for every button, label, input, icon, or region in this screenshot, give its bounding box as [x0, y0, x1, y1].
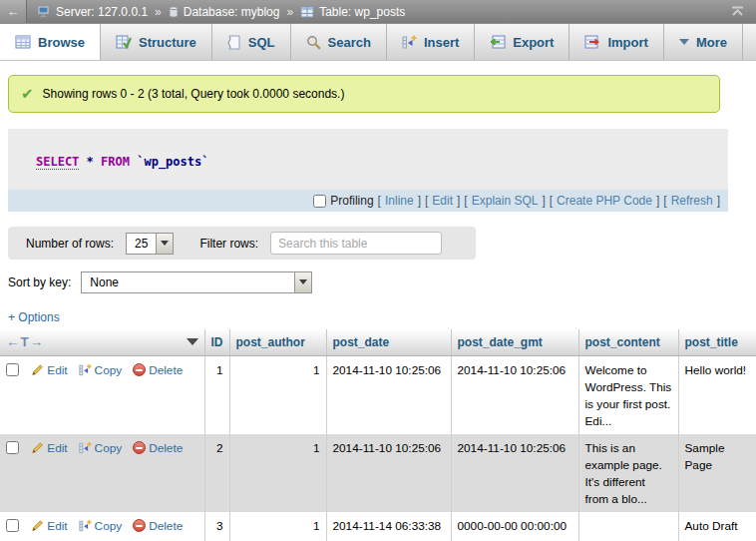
- browse-icon: [15, 35, 31, 49]
- delete-link[interactable]: Delete: [133, 519, 183, 533]
- copy-link[interactable]: Copy: [79, 519, 123, 533]
- success-message: ✔ Showing rows 0 - 2 (3 total, Query too…: [8, 75, 720, 113]
- success-text: Showing rows 0 - 2 (3 total, Query took …: [43, 87, 345, 101]
- delete-link[interactable]: Delete: [133, 441, 183, 455]
- copy-label: Copy: [95, 363, 123, 377]
- edit-label: Edit: [47, 441, 67, 455]
- delete-icon: [133, 519, 146, 532]
- cell-post-content: Welcome to WordPress. This is your first…: [578, 355, 678, 434]
- row-checkbox[interactable]: [6, 519, 19, 532]
- copy-label: Copy: [95, 519, 123, 533]
- breadcrumb-server[interactable]: Server: 127.0.0.1: [56, 5, 148, 19]
- sort-options-icon[interactable]: [187, 338, 198, 345]
- table-row: EditCopyDelete 1 1 2014-11-10 10:25:06 2…: [0, 355, 756, 434]
- tab-structure[interactable]: Structure: [101, 24, 212, 60]
- filter-rows-input[interactable]: [270, 232, 442, 255]
- sort-by-key-select[interactable]: None: [81, 271, 312, 293]
- sql-star: *: [87, 155, 94, 169]
- select-value: None: [82, 272, 294, 292]
- breadcrumb-separator: »: [153, 5, 164, 19]
- chevron-down-icon: [679, 39, 689, 45]
- tab-browse[interactable]: Browse: [0, 24, 101, 60]
- cell-post-date-gmt: 2014-11-10 10:25:06: [451, 355, 578, 434]
- breadcrumb-table[interactable]: Table: wp_posts: [319, 5, 405, 19]
- column-header-post-date-gmt[interactable]: post_date_gmt: [451, 329, 578, 355]
- cell-id: 2: [204, 434, 229, 512]
- column-header-actions[interactable]: ←T→: [0, 329, 204, 355]
- delete-label: Delete: [149, 441, 183, 455]
- tab-import[interactable]: Import: [569, 24, 663, 60]
- tab-more[interactable]: More: [664, 24, 743, 60]
- cell-post-content: [578, 512, 678, 541]
- row-checkbox[interactable]: [6, 441, 19, 454]
- delete-icon: [133, 441, 146, 454]
- bracket: ]: [418, 194, 421, 208]
- inline-link[interactable]: Inline: [385, 194, 414, 208]
- edit-query-link[interactable]: Edit: [432, 194, 453, 208]
- tab-label: Structure: [139, 35, 196, 50]
- breadcrumb-database[interactable]: Database: myblog: [184, 5, 280, 19]
- row-checkbox[interactable]: [6, 363, 19, 376]
- tab-search[interactable]: Search: [291, 24, 387, 60]
- sql-query: SELECT * FROM `wp_posts`: [8, 129, 728, 190]
- transpose-icon[interactable]: ←T→: [6, 334, 44, 349]
- column-header-id[interactable]: ID: [204, 329, 229, 355]
- sql-table-ref: `wp_posts`: [137, 155, 208, 169]
- header-row: ←T→ ID post_author post_date post_date_g…: [0, 329, 756, 355]
- tab-label: More: [696, 35, 727, 50]
- collapse-icon[interactable]: [724, 6, 750, 17]
- rows-control-bar: Number of rows: 25 Filter rows:: [8, 227, 476, 260]
- query-footer: Profiling [ Inline ] [ Edit ] [ Explain …: [8, 190, 728, 212]
- edit-label: Edit: [47, 363, 67, 377]
- edit-link[interactable]: Edit: [31, 441, 67, 455]
- edit-link[interactable]: Edit: [31, 519, 67, 533]
- export-icon: [490, 35, 506, 49]
- profiling-checkbox[interactable]: [313, 195, 326, 208]
- tab-bar: Browse Structure SQL Search Insert Expor…: [0, 23, 756, 61]
- row-actions: EditCopyDelete: [0, 512, 204, 541]
- sql-icon: [227, 35, 241, 50]
- column-header-post-date[interactable]: post_date: [326, 329, 451, 355]
- select-arrow-icon: [294, 272, 311, 292]
- cell-post-date: 2014-11-10 10:25:06: [326, 355, 451, 434]
- cell-post-author: 1: [229, 434, 326, 512]
- table-row: EditCopyDelete 3 1 2014-11-14 06:33:38 0…: [0, 512, 756, 541]
- options-toggle[interactable]: + Options: [8, 310, 60, 324]
- cell-post-title: Sample Page: [678, 434, 756, 512]
- cell-post-author: 1: [229, 355, 326, 434]
- edit-link[interactable]: Edit: [31, 363, 67, 377]
- cell-post-author: 1: [229, 512, 326, 541]
- tab-label: SQL: [248, 35, 275, 50]
- copy-link[interactable]: Copy: [79, 441, 123, 455]
- copy-link[interactable]: Copy: [79, 363, 123, 377]
- column-header-post-title[interactable]: post_title: [678, 329, 756, 355]
- pencil-icon: [31, 363, 44, 376]
- tab-bar-filler: [743, 24, 756, 60]
- column-header-post-content[interactable]: post_content: [578, 329, 678, 355]
- query-box: SELECT * FROM `wp_posts` Profiling [ Inl…: [8, 129, 728, 212]
- cell-post-date-gmt: 0000-00-00 00:00:00: [451, 512, 578, 541]
- tab-label: Insert: [424, 35, 459, 50]
- search-icon: [306, 35, 321, 50]
- sort-row: Sort by key: None: [8, 270, 756, 294]
- bracket: [: [425, 194, 428, 208]
- bracket: ]: [717, 194, 720, 208]
- refresh-link[interactable]: Refresh: [671, 194, 713, 208]
- explain-sql-link[interactable]: Explain SQL: [472, 194, 539, 208]
- number-of-rows-select[interactable]: 25: [126, 233, 174, 255]
- sort-by-key-label: Sort by key:: [8, 275, 71, 289]
- sql-keyword-select[interactable]: SELECT: [36, 155, 79, 170]
- delete-link[interactable]: Delete: [133, 363, 183, 377]
- tab-label: Export: [513, 35, 554, 50]
- number-of-rows-label: Number of rows:: [26, 237, 114, 251]
- back-arrow-icon[interactable]: ←: [0, 0, 27, 23]
- tab-sql[interactable]: SQL: [212, 24, 291, 60]
- tab-export[interactable]: Export: [475, 24, 569, 60]
- select-value: 25: [127, 234, 156, 254]
- database-icon: [169, 6, 179, 18]
- bracket: ]: [542, 194, 545, 208]
- column-header-post-author[interactable]: post_author: [229, 329, 326, 355]
- row-actions: EditCopyDelete: [0, 355, 204, 434]
- tab-insert[interactable]: Insert: [387, 24, 475, 60]
- create-php-code-link[interactable]: Create PHP Code: [557, 194, 652, 208]
